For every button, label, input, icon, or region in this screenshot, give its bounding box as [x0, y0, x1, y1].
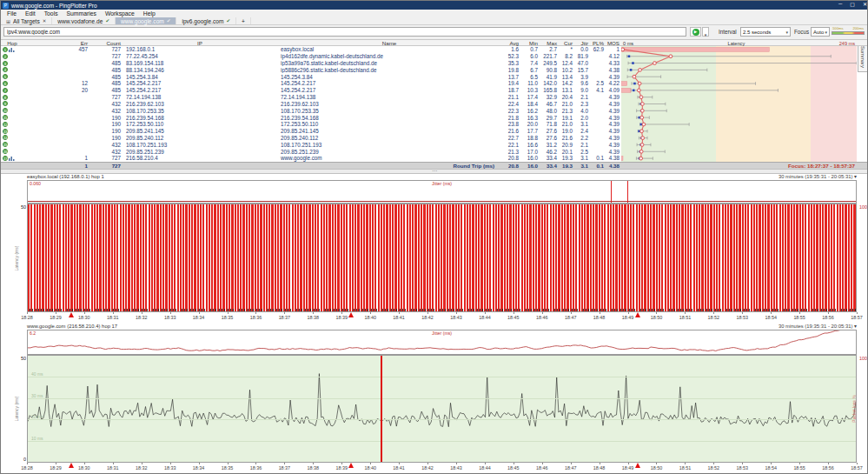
col-header-latency[interactable]: 0 msLatency249 ms	[621, 40, 857, 46]
min-cell: 7.4	[520, 60, 540, 67]
graph2-range-dropdown[interactable]: 30 minutes (19:35:31 - 20:05:31) ▾	[779, 324, 857, 329]
avg-cell: 22.4	[501, 101, 520, 108]
col-header-err[interactable]: Err	[23, 40, 89, 46]
event-marker-icon[interactable]	[348, 463, 354, 468]
gridline-label: 40 ms	[31, 371, 43, 377]
interval-label: Interval	[719, 29, 737, 35]
tab-www.vodafone.de[interactable]: www.vodafone.de✔	[52, 17, 116, 24]
gridline	[28, 441, 856, 442]
pl-cell	[590, 121, 606, 128]
err-cell	[23, 94, 89, 101]
menu-help[interactable]: Help	[139, 10, 160, 17]
col-header-count[interactable]: Count	[89, 40, 123, 46]
time-label: 18:35	[222, 315, 234, 320]
close-icon[interactable]: ✕	[863, 1, 867, 7]
col-header-name[interactable]: Name	[277, 40, 501, 46]
legend-100ms-label: 100ms	[832, 26, 844, 30]
graph1-time-axis: 18:2818:2918:3018:3118:3218:3318:3418:35…	[1, 312, 868, 324]
max-cell: 29.7	[540, 114, 559, 121]
mos-cell: 4.38	[606, 155, 621, 162]
time-label: 18:52	[708, 465, 720, 471]
min-cell: 16.6	[520, 141, 540, 148]
hop-cell: 2	[1, 53, 23, 60]
maximize-icon[interactable]: ▢	[850, 1, 855, 7]
graph2-latency-line	[28, 356, 856, 462]
hop-number-badge: 9	[3, 101, 8, 106]
interval-select[interactable]: 2.5 seconds ▾	[740, 27, 791, 37]
event-marker-icon[interactable]	[635, 463, 640, 468]
menu-file[interactable]: File	[3, 10, 21, 17]
focus-value: Auto	[813, 30, 824, 35]
col-header-pl[interactable]: PL%	[590, 40, 606, 46]
min-cell: 17.4	[520, 94, 540, 101]
min-cell: 16.0	[520, 155, 540, 162]
count-cell: 432	[89, 101, 123, 108]
col-header-min[interactable]: Min	[520, 40, 540, 46]
cur-cell: 21.0	[559, 101, 574, 108]
time-label: 18:49	[622, 465, 634, 471]
event-marker-icon[interactable]	[635, 312, 640, 317]
col-header-ip[interactable]: IP	[123, 40, 277, 46]
start-trace-button[interactable]: ▶	[690, 27, 701, 37]
focus-select[interactable]: Auto ▾	[811, 27, 830, 37]
tracing-check-icon[interactable]: ✔	[226, 18, 230, 23]
menu-workspace[interactable]: Workspace	[101, 10, 139, 17]
max-cell: 41.9	[540, 73, 559, 80]
avg-marker	[639, 150, 643, 153]
graph2-timeline[interactable]: 50 0 100 Latency (ms) Packet loss % 40 m…	[27, 355, 857, 463]
menu-tools[interactable]: Tools	[40, 10, 63, 17]
graph2-y-max: 50	[17, 356, 26, 361]
hop-cell: 12	[1, 121, 23, 128]
mos-cell: 4.39	[606, 121, 621, 128]
hop-cell: 9	[1, 101, 23, 108]
round-trip-cur: 19.3	[559, 163, 574, 169]
col-header-avg[interactable]: Avg	[501, 40, 520, 46]
avg-cell: 19.8	[501, 66, 520, 73]
col-header-cur[interactable]: Cur	[559, 40, 574, 46]
time-label: 18:30	[78, 465, 90, 471]
col-header-mos[interactable]: MOS	[606, 40, 621, 46]
graph2-jitter-panel[interactable]: 6.2 Jitter (ms)	[27, 330, 857, 355]
minimize-icon[interactable]: ─	[838, 1, 842, 7]
tab-www.google.com[interactable]: www.google.com✔	[116, 17, 176, 24]
trace-options-dropdown[interactable]: ▾	[702, 27, 709, 37]
avg-cell: 22.1	[501, 141, 520, 148]
time-label: 18:54	[765, 465, 777, 471]
hop-number-badge: 12	[3, 122, 8, 127]
new-tab-button[interactable]: +	[236, 17, 251, 24]
round-trip-row[interactable]: 1 727 Round Trip (ms) 20.8 16.0 33.4 19.…	[1, 162, 868, 169]
col-header-max[interactable]: Max	[540, 40, 559, 46]
graph2-loss-max: 100	[859, 356, 867, 361]
menu-edit[interactable]: Edit	[21, 10, 40, 17]
event-marker-icon[interactable]	[348, 312, 354, 317]
name-cell: 216.239.62.103	[277, 101, 501, 108]
graph1-range-dropdown[interactable]: 30 minutes (19:35:31 - 20:05:31) ▾	[779, 174, 857, 179]
time-label: 18:42	[421, 465, 434, 471]
target-input[interactable]	[3, 27, 686, 37]
menu-summaries[interactable]: Summaries	[63, 10, 101, 17]
event-marker-icon[interactable]	[69, 463, 74, 468]
graph1-timeline[interactable]: 50 100 Latency (ms) Packet loss %	[27, 204, 857, 312]
close-tab-icon[interactable]: ✕	[43, 18, 47, 23]
col-header-hop[interactable]: Hop	[1, 40, 23, 46]
pl-cell	[590, 148, 606, 155]
time-label: 18:29	[50, 465, 62, 471]
event-marker-icon[interactable]	[69, 312, 74, 317]
tracing-check-icon[interactable]: ✔	[105, 18, 109, 23]
time-label: 18:28	[21, 465, 33, 471]
tracing-check-icon[interactable]: ✔	[167, 18, 171, 23]
min-cell: 17.7	[520, 128, 540, 135]
jttr-cell: 2.1	[574, 94, 590, 101]
hop-number-badge: 11	[3, 115, 8, 120]
count-cell: 485	[89, 66, 123, 73]
title-bar[interactable]: P www.google.com - PingPlotter Pro ─ ▢ ✕	[1, 1, 868, 10]
tab-ipv6.google.com[interactable]: ipv6.google.com✔	[176, 17, 236, 24]
tab-all-targets[interactable]: ⊞All Targets✕	[1, 17, 52, 24]
jttr-cell: 9.0	[574, 87, 590, 94]
min-cell: 16.2	[520, 107, 540, 114]
hop-cell: 4	[1, 66, 23, 73]
col-header-jttr[interactable]: Jttr	[574, 40, 590, 46]
mos-cell: 4.33	[606, 60, 621, 67]
graph1-jitter-panel[interactable]: 0.060 Jitter (ms)	[27, 180, 857, 204]
cur-cell: 19.3	[559, 155, 574, 162]
